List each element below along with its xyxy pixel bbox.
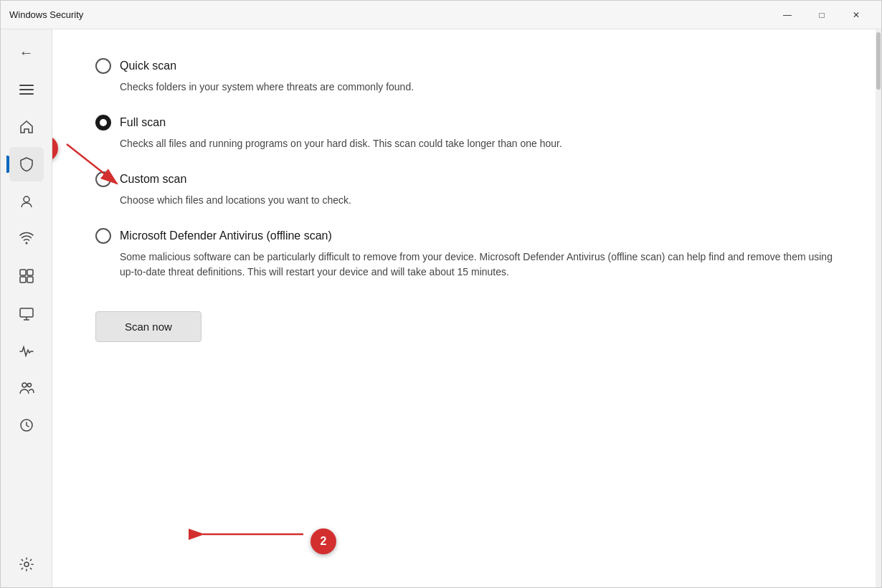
close-button[interactable]: ✕: [840, 4, 873, 27]
window-controls: — □ ✕: [771, 4, 873, 27]
custom-scan-label: Custom scan: [120, 173, 186, 186]
offline-scan-label: Microsoft Defender Antivirus (offline sc…: [120, 229, 332, 242]
full-scan-desc: Checks all files and running programs on…: [95, 136, 833, 151]
custom-scan-radio[interactable]: [95, 171, 111, 187]
sidebar: ←: [1, 29, 52, 587]
health-nav-icon[interactable]: [9, 333, 44, 368]
wifi-nav-icon[interactable]: [9, 222, 44, 256]
svg-point-3: [24, 196, 29, 202]
scan-now-button[interactable]: Scan now: [95, 311, 201, 342]
offline-scan-radio[interactable]: [95, 228, 111, 244]
home-icon[interactable]: [9, 110, 44, 144]
offline-scan-desc: Some malicious software can be particula…: [95, 250, 833, 280]
full-scan-option: Full scan Checks all files and running p…: [95, 115, 833, 151]
full-scan-header: Full scan: [95, 115, 833, 131]
family-nav-icon[interactable]: [9, 371, 44, 405]
maximize-button[interactable]: □: [805, 4, 838, 27]
full-scan-radio[interactable]: [95, 115, 111, 131]
svg-point-11: [27, 384, 31, 387]
quick-scan-label: Quick scan: [120, 60, 176, 72]
annotation-1: 1: [52, 136, 58, 161]
main-content: Quick scan Checks folders in your system…: [52, 29, 876, 587]
full-scan-label: Full scan: [120, 116, 166, 129]
scrollbar[interactable]: [876, 29, 881, 587]
svg-rect-6: [27, 270, 33, 275]
windows-security-window: Windows Security — □ ✕ ←: [0, 0, 882, 588]
quick-scan-header: Quick scan: [95, 58, 833, 74]
svg-rect-0: [19, 85, 34, 86]
back-icon[interactable]: ←: [9, 35, 44, 70]
history-nav-icon[interactable]: [9, 408, 44, 442]
offline-scan-header: Microsoft Defender Antivirus (offline sc…: [95, 228, 833, 244]
svg-point-13: [24, 562, 29, 566]
window-title: Windows Security: [9, 9, 83, 20]
quick-scan-desc: Checks folders in your system where thre…: [95, 80, 833, 95]
main-body: ←: [1, 29, 881, 587]
minimize-button[interactable]: —: [771, 4, 804, 27]
device-nav-icon[interactable]: [9, 296, 44, 331]
shield-nav-icon[interactable]: [9, 147, 44, 181]
svg-rect-9: [20, 308, 33, 317]
annotation-2: 2: [310, 528, 336, 554]
radio-inner-dot: [100, 119, 107, 126]
svg-point-10: [22, 383, 27, 387]
settings-nav-icon[interactable]: [9, 547, 44, 582]
svg-rect-8: [27, 277, 33, 283]
offline-scan-option: Microsoft Defender Antivirus (offline sc…: [95, 228, 833, 280]
svg-rect-2: [19, 93, 34, 95]
svg-rect-5: [20, 270, 26, 275]
custom-scan-desc: Choose which files and locations you wan…: [95, 193, 833, 208]
scrollbar-thumb: [876, 32, 881, 90]
arrow-2: [189, 514, 318, 557]
svg-rect-7: [20, 277, 26, 283]
svg-point-4: [25, 242, 27, 245]
quick-scan-option: Quick scan Checks folders in your system…: [95, 58, 833, 95]
user-nav-icon[interactable]: [9, 184, 44, 219]
svg-rect-1: [19, 89, 34, 90]
titlebar: Windows Security — □ ✕: [1, 1, 881, 29]
custom-scan-option: Custom scan Choose which files and locat…: [95, 171, 833, 208]
quick-scan-radio[interactable]: [95, 58, 111, 74]
menu-icon[interactable]: [9, 72, 44, 107]
app-nav-icon[interactable]: [9, 259, 44, 293]
custom-scan-header: Custom scan: [95, 171, 833, 187]
